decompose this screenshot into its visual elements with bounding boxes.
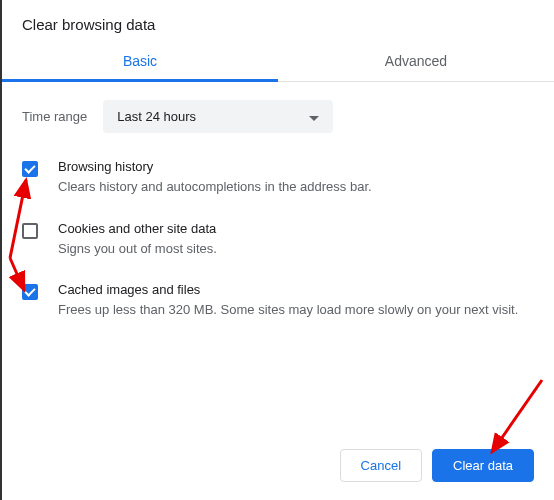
option-title: Cookies and other site data: [58, 221, 534, 236]
option-title: Cached images and files: [58, 282, 534, 297]
option-browsing-history: Browsing history Clears history and auto…: [22, 159, 534, 197]
time-range-select[interactable]: Last 24 hours: [103, 100, 333, 133]
clear-data-button[interactable]: Clear data: [432, 449, 534, 482]
checkbox-cookies[interactable]: [22, 223, 38, 239]
tabs: Basic Advanced: [2, 43, 554, 82]
dialog-footer: Cancel Clear data: [340, 449, 534, 482]
svg-line-2: [492, 380, 542, 452]
option-text: Browsing history Clears history and auto…: [58, 159, 534, 197]
option-cookies: Cookies and other site data Signs you ou…: [22, 221, 534, 259]
time-range-value: Last 24 hours: [117, 109, 196, 124]
dialog-body: Time range Last 24 hours Browsing histor…: [2, 82, 554, 320]
time-range-row: Time range Last 24 hours: [22, 100, 534, 133]
option-desc: Clears history and autocompletions in th…: [58, 177, 534, 197]
cancel-button[interactable]: Cancel: [340, 449, 422, 482]
option-desc: Frees up less than 320 MB. Some sites ma…: [58, 300, 534, 320]
option-desc: Signs you out of most sites.: [58, 239, 534, 259]
time-range-label: Time range: [22, 109, 87, 124]
option-title: Browsing history: [58, 159, 534, 174]
cancel-button-label: Cancel: [361, 458, 401, 473]
tab-basic-label: Basic: [123, 53, 157, 69]
option-text: Cached images and files Frees up less th…: [58, 282, 534, 320]
chevron-down-icon: [309, 109, 319, 124]
clear-data-button-label: Clear data: [453, 458, 513, 473]
option-cache: Cached images and files Frees up less th…: [22, 282, 534, 320]
tab-basic[interactable]: Basic: [2, 43, 278, 81]
option-text: Cookies and other site data Signs you ou…: [58, 221, 534, 259]
clear-browsing-data-dialog: Clear browsing data Basic Advanced Time …: [2, 0, 554, 320]
checkbox-cache[interactable]: [22, 284, 38, 300]
tab-advanced[interactable]: Advanced: [278, 43, 554, 81]
dialog-title: Clear browsing data: [22, 16, 534, 33]
dialog-header: Clear browsing data: [2, 0, 554, 43]
tab-advanced-label: Advanced: [385, 53, 447, 69]
checkbox-browsing-history[interactable]: [22, 161, 38, 177]
